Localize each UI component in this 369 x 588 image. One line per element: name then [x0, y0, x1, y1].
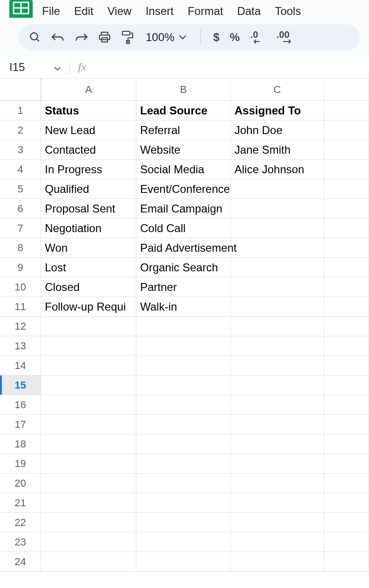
row-header[interactable]: 6: [0, 199, 41, 219]
paint-format-icon[interactable]: [121, 30, 134, 44]
row-header[interactable]: 13: [0, 336, 41, 356]
search-icon[interactable]: [29, 31, 41, 43]
cell[interactable]: [231, 434, 324, 454]
column-header[interactable]: B: [136, 78, 231, 101]
cell[interactable]: [41, 375, 136, 395]
menu-format[interactable]: Format: [188, 5, 223, 18]
cell[interactable]: [231, 199, 324, 219]
cell[interactable]: [231, 179, 324, 199]
cell[interactable]: [41, 317, 136, 336]
cell[interactable]: [324, 101, 369, 120]
column-header[interactable]: [324, 78, 369, 101]
cell[interactable]: Partner: [136, 277, 231, 297]
cell[interactable]: [231, 317, 324, 336]
increase-decimal-icon[interactable]: .00: [277, 30, 296, 44]
menu-file[interactable]: File: [42, 5, 60, 18]
cell[interactable]: [324, 317, 369, 336]
cell[interactable]: [136, 493, 231, 513]
row-header[interactable]: 4: [0, 160, 41, 179]
cell[interactable]: [136, 415, 231, 434]
menu-data[interactable]: Data: [237, 5, 261, 18]
cell[interactable]: [136, 552, 231, 572]
cell[interactable]: Lost: [41, 258, 136, 277]
decrease-decimal-icon[interactable]: .0: [250, 30, 266, 44]
menu-view[interactable]: View: [107, 5, 132, 18]
cell[interactable]: In Progress: [41, 160, 136, 179]
format-currency[interactable]: $: [213, 31, 220, 44]
cell[interactable]: [324, 474, 369, 493]
cell[interactable]: [231, 336, 324, 356]
cell[interactable]: Jane Smith: [231, 140, 324, 160]
column-header[interactable]: A: [41, 78, 136, 101]
cell[interactable]: Email Campaign: [136, 199, 231, 219]
cell[interactable]: [324, 493, 369, 513]
cell[interactable]: [136, 454, 231, 474]
cell[interactable]: [41, 356, 136, 375]
cell[interactable]: [231, 238, 324, 258]
cell[interactable]: [324, 552, 369, 572]
cell[interactable]: Assigned To: [231, 101, 324, 120]
print-icon[interactable]: [98, 31, 111, 43]
name-box[interactable]: I15: [9, 61, 61, 74]
cell[interactable]: Proposal Sent: [41, 199, 136, 219]
row-header[interactable]: 19: [0, 454, 41, 474]
cell[interactable]: [231, 532, 324, 552]
row-header[interactable]: 8: [0, 238, 41, 258]
row-header[interactable]: 5: [0, 179, 41, 199]
cell[interactable]: Social Media: [136, 160, 231, 179]
row-header[interactable]: 16: [0, 395, 41, 415]
cell[interactable]: Status: [41, 101, 136, 120]
cell[interactable]: [136, 474, 231, 493]
cell[interactable]: [324, 395, 369, 415]
cell[interactable]: [41, 493, 136, 513]
row-header[interactable]: 24: [0, 552, 41, 572]
cell[interactable]: [231, 454, 324, 474]
cell[interactable]: [324, 120, 369, 140]
cell[interactable]: [136, 395, 231, 415]
spreadsheet-grid[interactable]: ABC1StatusLead SourceAssigned To2New Lea…: [0, 78, 369, 572]
cell[interactable]: [324, 277, 369, 297]
cell[interactable]: Follow-up Requi: [41, 297, 136, 317]
row-header[interactable]: 9: [0, 258, 41, 277]
row-header[interactable]: 7: [0, 219, 41, 238]
cell[interactable]: [136, 375, 231, 395]
cell[interactable]: [41, 513, 136, 532]
row-header[interactable]: 14: [0, 356, 41, 375]
cell[interactable]: [324, 375, 369, 395]
cell[interactable]: [41, 474, 136, 493]
cell[interactable]: [231, 219, 324, 238]
cell[interactable]: [324, 219, 369, 238]
cell[interactable]: [41, 552, 136, 572]
cell[interactable]: [324, 513, 369, 532]
cell[interactable]: Closed: [41, 277, 136, 297]
cell[interactable]: [324, 199, 369, 219]
menu-edit[interactable]: Edit: [74, 5, 93, 18]
row-header[interactable]: 21: [0, 493, 41, 513]
cell[interactable]: [324, 140, 369, 160]
cell[interactable]: [324, 297, 369, 317]
row-header[interactable]: 12: [0, 317, 41, 336]
row-header[interactable]: 10: [0, 277, 41, 297]
format-percent[interactable]: %: [230, 31, 240, 44]
cell[interactable]: John Doe: [231, 120, 324, 140]
cell[interactable]: [324, 454, 369, 474]
cell[interactable]: [41, 415, 136, 434]
cell[interactable]: Negotiation: [41, 219, 136, 238]
cell[interactable]: [231, 415, 324, 434]
cell[interactable]: [41, 532, 136, 552]
row-header[interactable]: 18: [0, 434, 41, 454]
cell[interactable]: [41, 395, 136, 415]
cell[interactable]: [231, 375, 324, 395]
cell[interactable]: [136, 317, 231, 336]
cell[interactable]: [41, 336, 136, 356]
cell[interactable]: [231, 258, 324, 277]
row-header[interactable]: 1: [0, 101, 41, 120]
cell[interactable]: Qualified: [41, 179, 136, 199]
row-header[interactable]: 22: [0, 513, 41, 532]
cell[interactable]: Paid Advertisement: [136, 238, 231, 258]
cell[interactable]: [324, 238, 369, 258]
cell[interactable]: [324, 356, 369, 375]
cell[interactable]: Referral: [136, 120, 231, 140]
row-header[interactable]: 23: [0, 532, 41, 552]
cell[interactable]: Alice Johnson: [231, 160, 324, 179]
